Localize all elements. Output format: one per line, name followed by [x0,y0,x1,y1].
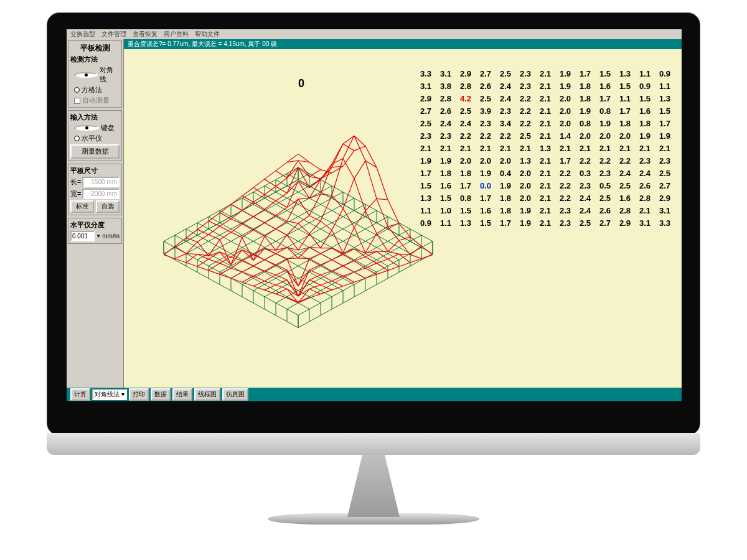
data-cell: 1.9 [634,130,651,142]
svg-line-400 [265,309,276,315]
svg-line-421 [242,187,253,196]
svg-line-554 [253,248,265,254]
svg-line-545 [309,215,321,221]
data-cell: 1.7 [614,105,631,118]
status-bar: 重合度误差?= 0.77um, 最大误差 = 4.15um, 属于 00 级 [124,39,682,49]
svg-line-476 [242,224,253,230]
radio-level[interactable]: 水平仪 [70,134,120,143]
svg-line-381 [377,278,388,284]
data-cell: 1.9 [654,130,670,142]
data-cell: 2.5 [475,93,491,105]
svg-line-128 [332,204,343,210]
length-label: 长= [70,177,81,187]
svg-line-687 [421,246,433,255]
svg-line-299 [287,309,298,315]
svg-line-578 [276,254,287,259]
data-cell: 1.8 [455,167,471,180]
simulation-button[interactable]: 仿真图 [222,388,248,401]
measure-data-button[interactable]: 测量数据 [70,144,120,159]
svg-line-673 [343,261,354,266]
data-cell: 2.2 [515,93,531,105]
data-cell: 2.0 [495,155,511,167]
section-size: 平板尺寸 [70,166,120,175]
radio-grid[interactable]: 方格法 [70,85,120,95]
menu-item-2[interactable]: 查看恢复 [133,30,157,39]
result-button[interactable]: 结果 [172,388,192,401]
svg-line-179 [354,223,365,229]
data-button[interactable]: 数据 [151,388,171,401]
svg-line-660 [265,285,276,290]
length-input[interactable]: 1500 mm [82,177,120,187]
data-cell: 2.2 [515,105,531,118]
svg-line-675 [332,266,343,271]
svg-line-523 [276,221,287,228]
svg-line-92 [231,235,242,241]
width-input[interactable]: 2000 mm [82,189,120,199]
svg-line-556 [242,254,253,261]
data-cell: 2.1 [555,142,571,155]
svg-line-232 [354,241,365,248]
menu-item-4[interactable]: 帮助文件 [195,30,220,39]
calc-button[interactable]: 计算 [70,388,90,401]
svg-line-459 [186,254,197,254]
menu-item-1[interactable]: 文件管理 [101,30,126,39]
svg-line-90 [242,229,253,235]
svg-line-688 [410,246,421,254]
svg-line-604 [276,259,287,265]
svg-line-19 [186,223,197,229]
dropdown-icon[interactable]: ▼ [96,233,101,239]
data-cell: 1.9 [495,180,511,192]
standard-button[interactable]: 标准 [70,200,94,213]
print-button[interactable]: 打印 [129,388,149,401]
svg-line-570 [321,221,332,230]
data-cell: 1.5 [654,105,670,118]
data-cell: 2.5 [515,130,531,142]
svg-line-60 [265,210,276,217]
svg-line-132 [309,217,321,223]
data-cell: 1.8 [435,167,451,180]
monitor-chin [47,433,700,455]
svg-line-448 [242,202,253,211]
data-cell: 2.0 [515,180,531,192]
radio-diagonal[interactable]: 对角线 [70,65,120,84]
menu-item-3[interactable]: 用户资料 [164,30,189,39]
checkbox-auto-measure[interactable]: 自动测量 [70,96,120,105]
svg-line-405 [309,315,321,322]
data-cell: 2.2 [614,155,631,167]
data-cell: 1.4 [555,130,571,142]
data-cell: 1.9 [415,155,431,167]
data-cell: 2.2 [555,167,571,180]
data-cell: 2.3 [575,180,591,192]
data-cell: 1.8 [495,205,511,217]
data-cell: 2.1 [535,105,551,118]
data-cell: 0.8 [594,105,611,118]
wireframe-button[interactable]: 线框图 [194,388,220,401]
data-cell: 2.1 [535,217,551,230]
section-resolution: 水平仪分度 [70,220,120,230]
svg-line-473 [253,209,265,217]
data-cell: 1.3 [535,142,551,155]
panel-title-main: 平板检测 [70,43,120,54]
svg-line-376 [197,273,209,279]
svg-line-384 [220,284,231,291]
svg-line-235 [343,254,354,260]
menu-item-0[interactable]: 交换选型 [70,30,95,39]
method-dropdown[interactable]: 对角线法 ▾ [92,389,127,400]
data-cell: 2.2 [495,130,511,142]
radio-keyboard[interactable]: 键盘 [70,123,120,133]
data-cell: 2.3 [555,205,571,217]
svg-line-649 [332,259,343,266]
svg-line-615 [365,198,377,211]
svg-line-435 [164,246,175,255]
custom-button[interactable]: 自选 [96,200,120,213]
data-cell: 1.9 [475,167,491,180]
svg-line-396 [253,303,265,309]
data-cell: 1.1 [634,68,651,80]
svg-line-425 [220,204,231,213]
svg-line-525 [265,229,276,236]
resolution-select[interactable]: 0.001 [70,231,95,241]
section-method: 检测方法 [70,55,120,64]
svg-line-595 [332,230,343,253]
data-cell: 2.0 [515,167,531,180]
svg-line-41 [220,223,231,229]
